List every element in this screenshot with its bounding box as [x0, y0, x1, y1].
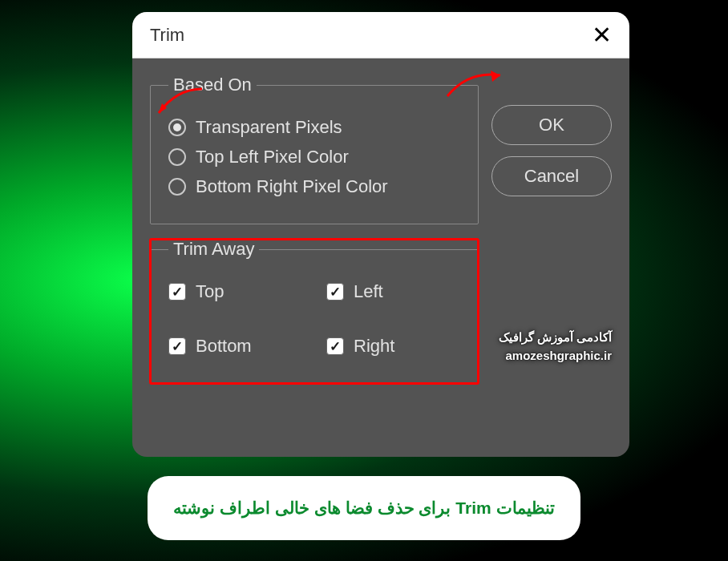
watermark: آکادمی آموزش گرافیک amozeshgraphic.ir	[499, 329, 612, 365]
checkbox-icon[interactable]	[326, 283, 344, 301]
titlebar: Trim ✕	[132, 12, 629, 59]
radio-icon[interactable]	[168, 119, 186, 136]
based-on-group: Based On Transparent Pixels Top Left Pix…	[150, 75, 479, 224]
radio-top-left-color[interactable]: Top Left Pixel Color	[168, 147, 460, 167]
checkbox-left[interactable]: Left	[326, 281, 460, 302]
radio-bottom-right-color[interactable]: Bottom Right Pixel Color	[168, 176, 460, 197]
checkbox-bottom[interactable]: Bottom	[168, 336, 302, 357]
radio-label: Transparent Pixels	[196, 117, 342, 138]
radio-label: Top Left Pixel Color	[196, 147, 349, 167]
checkbox-label: Bottom	[196, 336, 252, 357]
cancel-button[interactable]: Cancel	[491, 156, 612, 196]
checkbox-top[interactable]: Top	[168, 281, 302, 302]
checkbox-right[interactable]: Right	[326, 336, 460, 357]
based-on-legend: Based On	[168, 75, 257, 95]
watermark-line2: amozeshgraphic.ir	[499, 347, 612, 365]
radio-icon[interactable]	[168, 148, 186, 166]
trim-away-legend: Trim Away	[168, 239, 259, 260]
checkbox-label: Top	[196, 281, 224, 302]
radio-transparent-pixels[interactable]: Transparent Pixels	[168, 117, 460, 138]
radio-icon[interactable]	[168, 178, 186, 196]
svg-marker-1	[491, 71, 500, 82]
trim-away-grid: Top Left Bottom Right	[168, 272, 460, 365]
button-label: OK	[539, 115, 564, 135]
close-icon[interactable]: ✕	[592, 21, 612, 49]
checkbox-label: Left	[354, 281, 383, 302]
trim-away-group: Trim Away Top Left Bottom	[150, 239, 479, 384]
checkbox-label: Right	[354, 336, 394, 357]
checkbox-icon[interactable]	[326, 337, 344, 355]
watermark-line1: آکادمی آموزش گرافیک	[499, 329, 612, 347]
ok-button[interactable]: OK	[491, 105, 612, 145]
checkbox-icon[interactable]	[168, 337, 186, 355]
dialog-left-column: Based On Transparent Pixels Top Left Pix…	[150, 75, 479, 398]
checkbox-icon[interactable]	[168, 283, 186, 301]
dialog-title: Trim	[150, 25, 184, 46]
radio-label: Bottom Right Pixel Color	[196, 176, 388, 197]
caption-pill: تنظیمات Trim برای حذف فضا های خالی اطراف…	[148, 476, 580, 540]
svg-marker-0	[159, 103, 167, 113]
button-label: Cancel	[524, 166, 579, 187]
trim-dialog: Trim ✕ Based On Transparent Pixels Top L…	[132, 12, 629, 457]
caption-text: تنظیمات Trim برای حذف فضا های خالی اطراف…	[173, 496, 554, 520]
